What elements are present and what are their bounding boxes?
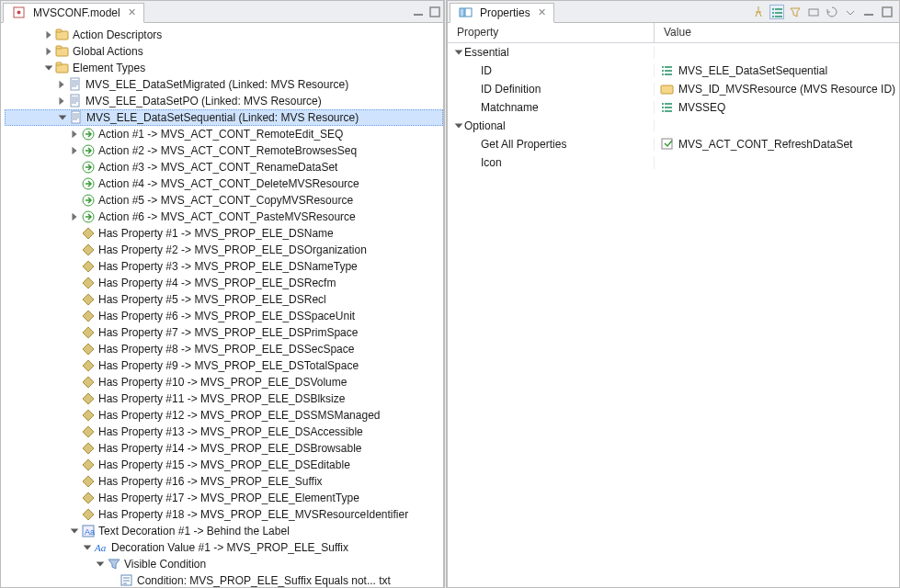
tree-item-has-property[interactable]: Has Property #1 -> MVS_PROP_ELE_DSName bbox=[5, 225, 443, 242]
arrow-icon bbox=[81, 193, 96, 208]
tree-item-action[interactable]: Action #5 -> MVS_ACT_CONT_CopyMVSResourc… bbox=[5, 192, 443, 209]
property-id[interactable]: ID MVS_ELE_DataSetSequential bbox=[448, 62, 899, 80]
arrow-icon bbox=[81, 160, 96, 175]
diamond-icon bbox=[81, 342, 96, 356]
maximize-button[interactable] bbox=[427, 5, 442, 19]
tree-item-label: Has Property #5 -> MVS_PROP_ELE_DSRecl bbox=[98, 293, 332, 306]
column-value[interactable]: Value bbox=[655, 23, 899, 42]
tree-item-has-property[interactable]: Has Property #11 -> MVS_PROP_ELE_DSBlksi… bbox=[5, 390, 443, 407]
diamond-icon bbox=[81, 309, 96, 323]
id-value-icon bbox=[660, 64, 675, 77]
tree-item-has-property[interactable]: Has Property #10 -> MVS_PROP_ELE_DSVolum… bbox=[5, 374, 443, 390]
tree-item-action[interactable]: Action #1 -> MVS_ACT_CONT_RemoteEdit_SEQ bbox=[5, 126, 443, 142]
view-menu-button[interactable] bbox=[843, 5, 858, 19]
expand-icon[interactable] bbox=[453, 120, 464, 131]
tree-item-has-property[interactable]: Has Property #16 -> MVS_PROP_ELE_Suffix bbox=[5, 473, 443, 490]
doc-icon bbox=[68, 77, 83, 92]
tree-item-has-property[interactable]: Has Property #7 -> MVS_PROP_ELE_DSPrimSp… bbox=[5, 324, 443, 341]
tree-item-has-property[interactable]: Has Property #18 -> MVS_PROP_ELE_MVSReso… bbox=[5, 506, 443, 523]
tree-item-has-property[interactable]: Has Property #3 -> MVS_PROP_ELE_DSNameTy… bbox=[5, 258, 443, 275]
expand-icon[interactable] bbox=[69, 145, 80, 156]
restore-button[interactable] bbox=[825, 5, 839, 19]
tree-item-action-descriptors[interactable]: Action Descriptors bbox=[5, 27, 443, 43]
diamond-icon bbox=[81, 491, 96, 505]
close-icon[interactable]: ✕ bbox=[538, 6, 546, 18]
tree-item-global-actions[interactable]: Global Actions bbox=[5, 43, 443, 60]
tree-item-has-property[interactable]: Has Property #14 -> MVS_PROP_ELE_DSBrows… bbox=[5, 440, 443, 457]
tree-item-has-property[interactable]: Has Property #2 -> MVS_PROP_ELE_DSOrgani… bbox=[5, 242, 443, 258]
tree-item-has-property[interactable]: Has Property #12 -> MVS_PROP_ELE_DSSMSMa… bbox=[5, 407, 443, 424]
tree-item-label: Action Descriptors bbox=[73, 28, 167, 41]
expand-icon[interactable] bbox=[69, 129, 80, 140]
diamond-icon bbox=[81, 391, 96, 406]
tree-item-has-property[interactable]: Has Property #15 -> MVS_PROP_ELE_DSEdita… bbox=[5, 457, 443, 473]
property-label: ID Definition bbox=[481, 83, 541, 96]
property-get-all-properties[interactable]: Get All Properties MVS_ACT_CONT_RefreshD… bbox=[448, 135, 899, 153]
collapse-icon[interactable] bbox=[69, 526, 80, 537]
minimize-button[interactable] bbox=[411, 5, 426, 19]
tree-item-action[interactable]: Action #6 -> MVS_ACT_CONT_PasteMVSResour… bbox=[5, 209, 443, 225]
collapse-icon[interactable] bbox=[82, 542, 93, 553]
tree-item-has-property[interactable]: Has Property #6 -> MVS_PROP_ELE_DSSpaceU… bbox=[5, 308, 443, 324]
minimize-button[interactable] bbox=[861, 5, 876, 19]
tree-item-visible-condition[interactable]: Visible Condition bbox=[5, 556, 443, 572]
tree-item-element-type[interactable]: MVS_ELE_DataSetSequential (Linked: MVS R… bbox=[5, 109, 443, 126]
expand-icon[interactable] bbox=[43, 46, 54, 57]
property-label: Matchname bbox=[481, 101, 539, 114]
tree-item-label: Has Property #11 -> MVS_PROP_ELE_DSBlksi… bbox=[98, 392, 350, 405]
tree-item-element-type[interactable]: MVS_ELE_DataSetPO (Linked: MVS Resource) bbox=[5, 93, 443, 109]
tree-item-label: Has Property #12 -> MVS_PROP_ELE_DSSMSMa… bbox=[98, 409, 385, 422]
expand-icon[interactable] bbox=[56, 96, 67, 107]
maximize-button[interactable] bbox=[880, 5, 894, 19]
tree-item-label: Element Types bbox=[73, 62, 151, 74]
filter-button[interactable] bbox=[788, 5, 803, 19]
expand-icon[interactable] bbox=[56, 79, 67, 90]
tree-item-element-types[interactable]: Element Types bbox=[5, 60, 443, 76]
property-id-definition[interactable]: ID Definition MVS_ID_MVSResource (MVS Re… bbox=[448, 80, 899, 98]
column-property[interactable]: Property bbox=[448, 23, 655, 42]
aa-icon bbox=[94, 540, 108, 555]
tree-item-decoration-value[interactable]: Decoration Value #1 -> MVS_PROP_ELE_Suff… bbox=[5, 539, 443, 556]
expand-icon[interactable] bbox=[453, 47, 464, 58]
tree-item-label: Has Property #8 -> MVS_PROP_ELE_DSSecSpa… bbox=[98, 343, 359, 356]
tree-item-has-property[interactable]: Has Property #17 -> MVS_PROP_ELE_Element… bbox=[5, 490, 443, 506]
tree-item-label: MVS_ELE_DataSetMigrated (Linked: MVS Res… bbox=[85, 78, 354, 91]
tree-item-condition[interactable]: Condition: MVS_PROP_ELE_Suffix Equals no… bbox=[5, 572, 443, 587]
properties-tab[interactable]: Properties ✕ bbox=[450, 3, 554, 23]
pin-button[interactable] bbox=[751, 5, 766, 19]
filter-icon bbox=[107, 557, 121, 571]
expand-icon[interactable] bbox=[43, 29, 54, 40]
textdeco-icon bbox=[81, 524, 96, 538]
property-value: MVS_ACT_CONT_RefreshDataSet bbox=[678, 138, 852, 151]
tree-item-label: Has Property #17 -> MVS_PROP_ELE_Element… bbox=[98, 492, 365, 504]
collapse-icon[interactable] bbox=[95, 559, 106, 570]
tree-item-action[interactable]: Action #4 -> MVS_ACT_CONT_DeleteMVSResou… bbox=[5, 175, 443, 192]
editor-tab[interactable]: MVSCONF.model ✕ bbox=[3, 3, 144, 23]
tree-item-label: Visible Condition bbox=[124, 558, 211, 571]
expand-icon[interactable] bbox=[69, 211, 80, 222]
tree-item-text-decoration[interactable]: Text Decoration #1 -> Behind the Label bbox=[5, 523, 443, 539]
tree-item-has-property[interactable]: Has Property #4 -> MVS_PROP_ELE_DSRecfm bbox=[5, 275, 443, 291]
tree-item-has-property[interactable]: Has Property #13 -> MVS_PROP_ELE_DSAcces… bbox=[5, 424, 443, 440]
tree-item-action[interactable]: Action #2 -> MVS_ACT_CONT_RemoteBrowsesS… bbox=[5, 142, 443, 159]
tree-item-has-property[interactable]: Has Property #8 -> MVS_PROP_ELE_DSSecSpa… bbox=[5, 341, 443, 357]
group-essential[interactable]: Essential bbox=[448, 43, 899, 62]
close-icon[interactable]: ✕ bbox=[128, 6, 136, 18]
tree-item-action[interactable]: Action #3 -> MVS_ACT_CONT_RenameDataSet bbox=[5, 159, 443, 175]
tree-item-has-property[interactable]: Has Property #5 -> MVS_PROP_ELE_DSRecl bbox=[5, 291, 443, 308]
property-matchname[interactable]: Matchname MVSSEQ bbox=[448, 98, 899, 117]
tree-item-has-property[interactable]: Has Property #9 -> MVS_PROP_ELE_DSTotalS… bbox=[5, 357, 443, 374]
property-icon[interactable]: Icon bbox=[448, 153, 899, 172]
tree-item-label: MVS_ELE_DataSetPO (Linked: MVS Resource) bbox=[85, 95, 327, 107]
categories-button[interactable] bbox=[769, 5, 784, 19]
collapse-icon[interactable] bbox=[57, 112, 68, 123]
tree-item-label: Action #3 -> MVS_ACT_CONT_RenameDataSet bbox=[98, 161, 343, 174]
advanced-button[interactable] bbox=[806, 5, 821, 19]
tree-item-label: Has Property #1 -> MVS_PROP_ELE_DSName bbox=[98, 227, 339, 240]
group-optional[interactable]: Optional bbox=[448, 117, 899, 135]
model-tree[interactable]: Action DescriptorsGlobal ActionsElement … bbox=[1, 23, 443, 587]
property-label: Get All Properties bbox=[481, 138, 566, 151]
collapse-icon[interactable] bbox=[43, 62, 54, 74]
tree-item-element-type[interactable]: MVS_ELE_DataSetMigrated (Linked: MVS Res… bbox=[5, 76, 443, 93]
diamond-icon bbox=[81, 408, 96, 423]
